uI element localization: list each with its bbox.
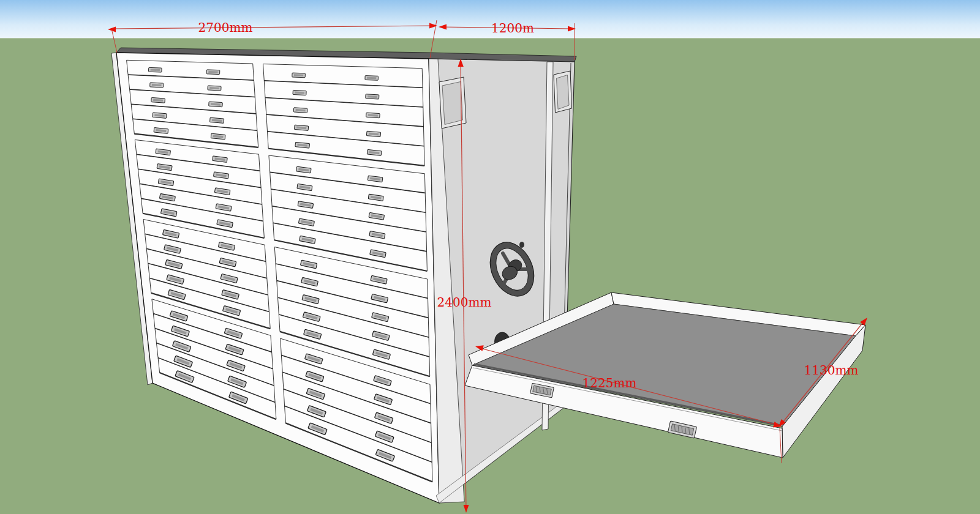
dim-label-side-depth: 1200m <box>491 21 534 35</box>
drawer-handle <box>293 108 307 113</box>
dim-label-height: 2400mm <box>437 295 492 310</box>
model-viewport[interactable]: 2700mm 1200m 2400mm 1225mm 1130mm <box>0 0 980 514</box>
dim-label-front-width: 2700mm <box>198 20 253 35</box>
drawer-handle <box>209 117 224 123</box>
drawer-handle <box>208 86 221 91</box>
drawer-handle <box>366 131 380 136</box>
side-label-frame-left <box>439 77 466 128</box>
drawer-handle <box>292 73 306 78</box>
drawer-handle <box>365 76 379 81</box>
drawer-handle <box>366 113 380 118</box>
sky <box>0 0 980 39</box>
drawer-handle <box>206 70 220 75</box>
drawer-handle <box>209 102 223 107</box>
dim-label-drawer-width: 1225mm <box>582 376 637 390</box>
drawer-handle <box>148 67 162 72</box>
dim-label-drawer-depth: 1130mm <box>804 363 859 378</box>
drawer-handle <box>294 125 308 130</box>
drawer-handle <box>150 83 164 88</box>
drawer-handle <box>293 90 306 95</box>
side-label-frame-right <box>554 71 572 113</box>
wheel-knob <box>519 242 524 248</box>
drawer-handle <box>153 113 167 118</box>
drawer-handle <box>366 94 379 99</box>
drawer-handle <box>151 97 165 103</box>
